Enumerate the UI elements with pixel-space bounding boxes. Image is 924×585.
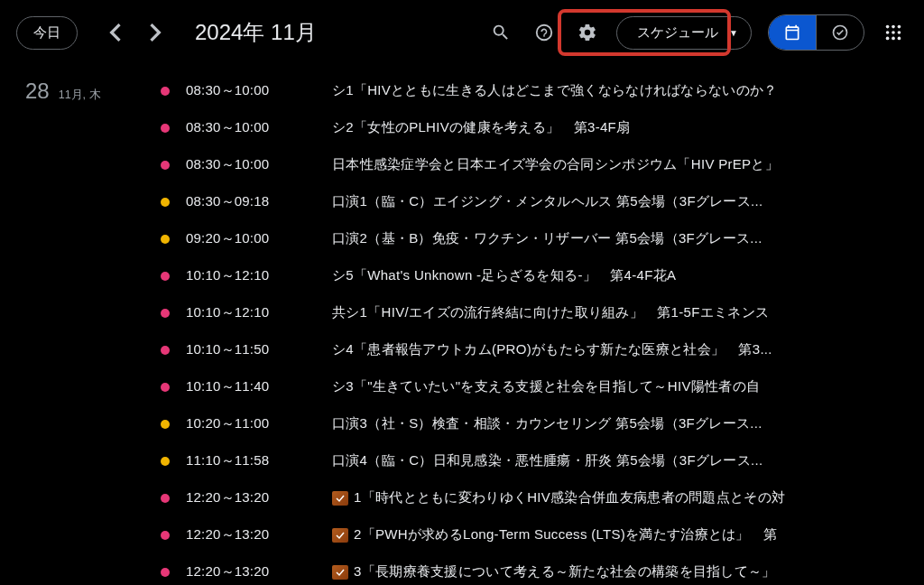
event-row[interactable]: 10:10～11:50シ4「患者報告アウトカム(PRO)がもたらす新たな医療と社… xyxy=(0,331,924,368)
event-title: シ3「"生きていたい"を支える支援と社会を目指して～HIV陽性者の自 xyxy=(332,378,760,395)
event-row[interactable]: 10:10～11:40シ3「"生きていたい"を支える支援と社会を目指して～HIV… xyxy=(0,368,924,405)
svg-point-7 xyxy=(886,37,890,41)
event-title: 口演3（社・S）検査・相談・カウンセリング 第5会場（3Fグレース... xyxy=(332,415,762,432)
sponsor-badge-icon xyxy=(332,565,348,580)
svg-point-6 xyxy=(898,31,901,34)
tasks-mode-button[interactable] xyxy=(816,15,864,50)
event-time: 10:20～11:00 xyxy=(170,415,332,432)
event-time: 12:20～13:20 xyxy=(170,526,332,543)
event-list: 2811月, 木08:30～10:00シ1「HIVとともに生きる人はどこまで強く… xyxy=(0,65,924,585)
event-row[interactable]: 11:10～11:58口演4（臨・C）日和見感染・悪性腫瘍・肝炎 第5会場（3F… xyxy=(0,442,924,479)
event-color-dot xyxy=(161,272,170,281)
event-title: 口演1（臨・C）エイジング・メンタルヘルス 第5会場（3Fグレース... xyxy=(332,193,763,210)
event-title: 1「時代とともに変わりゆくHIV感染合併血友病患者の問題点とその対 xyxy=(354,489,785,506)
next-arrow-icon[interactable] xyxy=(137,14,173,51)
event-title-col: シ1「HIVとともに生きる人はどこまで強くならなければならないのか？ xyxy=(332,82,924,99)
event-title: シ1「HIVとともに生きる人はどこまで強くならなければならないのか？ xyxy=(332,82,778,99)
event-row[interactable]: 08:30～10:00日本性感染症学会と日本エイズ学会の合同シンポジウム「HIV… xyxy=(0,146,924,183)
svg-point-5 xyxy=(892,31,895,34)
event-row[interactable]: 08:30～09:18口演1（臨・C）エイジング・メンタルヘルス 第5会場（3F… xyxy=(0,183,924,220)
event-color-dot xyxy=(161,87,170,96)
event-title: 2「PWHが求めるLong-Term Success (LTS)を満たす治療とは… xyxy=(354,526,777,543)
event-title: 口演2（基・B）免疫・ワクチン・リザーバー 第5会場（3Fグレース... xyxy=(332,230,762,247)
svg-point-4 xyxy=(886,31,890,34)
sponsor-badge-icon xyxy=(332,491,348,506)
svg-point-1 xyxy=(886,25,890,29)
event-time: 08:30～10:00 xyxy=(170,82,332,99)
event-row[interactable]: 08:30～10:00シ2「女性のPLHIVの健康を考える」 第3-4F扇 xyxy=(0,109,924,146)
view-dropdown[interactable]: スケジュール ▼ xyxy=(616,16,752,50)
event-title-col: 2「PWHが求めるLong-Term Success (LTS)を満たす治療とは… xyxy=(332,526,924,543)
svg-point-2 xyxy=(892,25,895,29)
event-time: 12:20～13:20 xyxy=(170,489,332,506)
event-title: 共シ1「HIV/エイズの流行終結に向けた取り組み」 第1-5Fエミネンス xyxy=(332,304,769,321)
apps-grid-icon[interactable] xyxy=(873,13,913,52)
sponsor-badge-icon xyxy=(332,528,348,543)
gear-icon[interactable] xyxy=(568,13,607,52)
search-icon[interactable] xyxy=(481,13,521,52)
date-weekday: 11月, 木 xyxy=(59,88,101,103)
event-row[interactable]: 12:20～13:201「時代とともに変わりゆくHIV感染合併血友病患者の問題点… xyxy=(0,479,924,516)
event-color-dot xyxy=(161,161,170,170)
event-title-col: 口演2（基・B）免疫・ワクチン・リザーバー 第5会場（3Fグレース... xyxy=(332,230,924,247)
event-title-col: 口演1（臨・C）エイジング・メンタルヘルス 第5会場（3Fグレース... xyxy=(332,193,924,210)
month-title: 2024年 11月 xyxy=(195,18,477,47)
event-time: 08:30～10:00 xyxy=(170,119,332,136)
calendar-mode-button[interactable] xyxy=(769,15,816,50)
event-title-col: シ5「What's Unknown -足らざるを知る-」 第4-4F花A xyxy=(332,267,924,284)
event-time: 10:10～11:40 xyxy=(170,378,332,395)
event-title: シ4「患者報告アウトカム(PRO)がもたらす新たな医療と社会」 第3... xyxy=(332,341,772,358)
event-row[interactable]: 10:10～12:10共シ1「HIV/エイズの流行終結に向けた取り組み」 第1-… xyxy=(0,294,924,331)
help-icon[interactable] xyxy=(524,13,564,52)
event-time: 11:10～11:58 xyxy=(170,452,332,469)
svg-point-9 xyxy=(898,37,901,41)
event-time: 08:30～10:00 xyxy=(170,156,332,173)
event-time: 08:30～09:18 xyxy=(170,193,332,210)
event-title-col: 日本性感染症学会と日本エイズ学会の合同シンポジウム「HIV PrEPと」 xyxy=(332,156,924,173)
event-color-dot xyxy=(161,383,170,392)
svg-point-3 xyxy=(898,25,901,29)
view-dropdown-label: スケジュール xyxy=(637,24,718,42)
event-row[interactable]: 12:20～13:202「PWHが求めるLong-Term Success (L… xyxy=(0,516,924,553)
event-title: 口演4（臨・C）日和見感染・悪性腫瘍・肝炎 第5会場（3Fグレース... xyxy=(332,452,763,469)
event-color-dot xyxy=(161,309,170,318)
prev-arrow-icon[interactable] xyxy=(97,14,134,51)
event-row[interactable]: 2811月, 木08:30～10:00シ1「HIVとともに生きる人はどこまで強く… xyxy=(0,72,924,109)
event-title: 日本性感染症学会と日本エイズ学会の合同シンポジウム「HIV PrEPと」 xyxy=(332,156,779,173)
event-color-dot xyxy=(161,124,170,133)
event-title-col: 口演3（社・S）検査・相談・カウンセリング 第5会場（3Fグレース... xyxy=(332,415,924,432)
event-title: シ5「What's Unknown -足らざるを知る-」 第4-4F花A xyxy=(332,267,676,284)
event-title-col: 1「時代とともに変わりゆくHIV感染合併血友病患者の問題点とその対 xyxy=(332,489,924,506)
event-color-dot xyxy=(161,568,170,577)
event-row[interactable]: 10:10～12:10シ5「What's Unknown -足らざるを知る-」 … xyxy=(0,257,924,294)
event-time: 12:20～13:20 xyxy=(170,563,332,580)
event-title-col: 共シ1「HIV/エイズの流行終結に向けた取り組み」 第1-5Fエミネンス xyxy=(332,304,924,321)
event-row[interactable]: 10:20～11:00口演3（社・S）検査・相談・カウンセリング 第5会場（3F… xyxy=(0,405,924,442)
event-time: 10:10～12:10 xyxy=(170,304,332,321)
event-color-dot xyxy=(161,235,170,244)
mode-toggle-group xyxy=(768,14,864,51)
event-color-dot xyxy=(161,531,170,540)
date-number: 28 xyxy=(25,79,50,104)
event-row[interactable]: 09:20～10:00口演2（基・B）免疫・ワクチン・リザーバー 第5会場（3F… xyxy=(0,220,924,257)
event-time: 10:10～11:50 xyxy=(170,341,332,358)
event-color-dot xyxy=(161,198,170,207)
event-title: 3「長期療養支援について考える～新たな社会の構築を目指して～」 xyxy=(354,563,776,580)
chevron-down-icon: ▼ xyxy=(729,28,738,38)
event-color-dot xyxy=(161,346,170,355)
event-color-dot xyxy=(161,420,170,429)
svg-point-8 xyxy=(892,37,895,41)
event-color-dot xyxy=(161,457,170,466)
event-title: シ2「女性のPLHIVの健康を考える」 第3-4F扇 xyxy=(332,119,630,136)
event-title-col: 口演4（臨・C）日和見感染・悪性腫瘍・肝炎 第5会場（3Fグレース... xyxy=(332,452,924,469)
event-time: 09:20～10:00 xyxy=(170,230,332,247)
date-column: 2811月, 木 xyxy=(25,79,161,104)
event-row[interactable]: 12:20～13:203「長期療養支援について考える～新たな社会の構築を目指して… xyxy=(0,553,924,585)
event-title-col: シ2「女性のPLHIVの健康を考える」 第3-4F扇 xyxy=(332,119,924,136)
event-title-col: 3「長期療養支援について考える～新たな社会の構築を目指して～」 xyxy=(332,563,924,580)
event-color-dot xyxy=(161,494,170,503)
header-bar: 今日 2024年 11月 スケジュール ▼ xyxy=(0,0,924,65)
today-button[interactable]: 今日 xyxy=(16,16,78,50)
event-title-col: シ3「"生きていたい"を支える支援と社会を目指して～HIV陽性者の自 xyxy=(332,378,924,395)
event-time: 10:10～12:10 xyxy=(170,267,332,284)
